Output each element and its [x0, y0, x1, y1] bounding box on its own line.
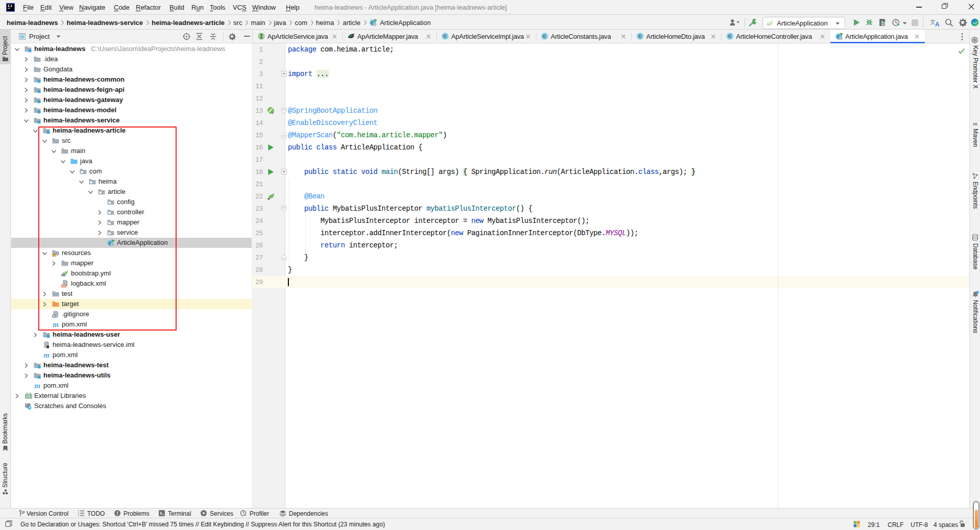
svg-text:m: m [43, 351, 50, 359]
svg-text:C: C [444, 34, 447, 39]
svg-text:C: C [543, 34, 547, 39]
svg-text:A: A [935, 21, 940, 27]
svg-text:m: m [34, 382, 40, 390]
svg-text:C: C [639, 34, 642, 39]
svg-text:m: m [973, 120, 977, 127]
svg-text:C: C [728, 34, 732, 39]
